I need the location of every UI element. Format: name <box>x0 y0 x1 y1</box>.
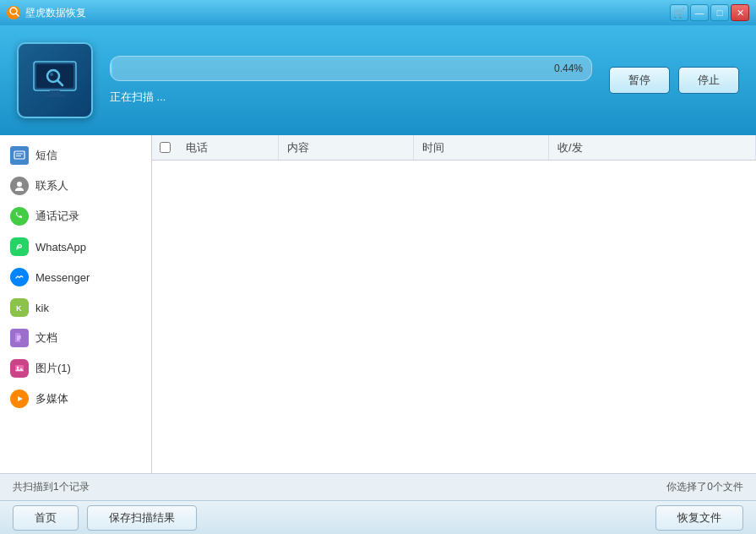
svg-text:K: K <box>16 304 22 313</box>
progress-status: 正在扫描 ... <box>110 90 592 105</box>
sidebar-item-photos[interactable]: 图片(1) <box>0 353 151 384</box>
photos-icon <box>10 359 29 378</box>
sidebar-item-contacts[interactable]: 联系人 <box>0 171 151 201</box>
table-header: 电话 内容 时间 收/发 <box>152 135 756 161</box>
svg-point-8 <box>50 73 53 76</box>
col-header-time: 时间 <box>414 135 549 160</box>
window-controls: 🛒 — □ ✕ <box>670 4 749 21</box>
stop-button[interactable]: 停止 <box>678 67 739 94</box>
app-logo-box <box>17 42 93 118</box>
contacts-icon <box>10 177 29 195</box>
progress-percent: 0.44% <box>554 63 583 74</box>
close-button[interactable]: ✕ <box>731 4 749 21</box>
home-button[interactable]: 首页 <box>13 505 79 531</box>
sidebar-item-docs[interactable]: 文档 <box>0 323 151 353</box>
progress-container: 0.44% 正在扫描 ... <box>110 56 592 105</box>
sidebar-label-photos: 图片(1) <box>35 361 71 376</box>
cart-button[interactable]: 🛒 <box>670 4 688 21</box>
messenger-icon <box>10 268 29 286</box>
pause-button[interactable]: 暂停 <box>609 67 670 94</box>
header-area: 0.44% 正在扫描 ... 暂停 停止 <box>0 25 756 135</box>
header-checkbox-cell <box>152 142 177 153</box>
progress-bar-outer: 0.44% <box>110 56 592 81</box>
svg-point-12 <box>17 182 22 187</box>
sidebar: 短信 联系人 通话记录 WhatsApp Messenger <box>0 135 152 473</box>
progress-buttons: 暂停 停止 <box>609 67 739 94</box>
col-header-content: 内容 <box>279 135 414 160</box>
col-header-phone: 电话 <box>177 135 279 160</box>
app-icon <box>7 6 20 19</box>
sidebar-label-sms: 短信 <box>35 148 57 163</box>
whatsapp-icon <box>10 237 29 256</box>
status-right: 你选择了0个文件 <box>666 480 743 494</box>
kik-icon: K <box>10 298 29 317</box>
sidebar-label-calls: 通话记录 <box>35 209 79 224</box>
docs-icon <box>10 329 29 347</box>
sidebar-label-messenger: Messenger <box>35 271 90 284</box>
svg-point-24 <box>17 367 19 368</box>
sidebar-label-contacts: 联系人 <box>35 178 68 193</box>
sidebar-item-sms[interactable]: 短信 <box>0 140 151 171</box>
save-scan-button[interactable]: 保存扫描结果 <box>87 505 197 531</box>
footer-left-buttons: 首页 保存扫描结果 <box>13 505 197 531</box>
calls-icon <box>10 207 29 226</box>
media-icon <box>10 390 29 408</box>
maximize-button[interactable]: □ <box>710 4 729 21</box>
sidebar-label-docs: 文档 <box>35 330 57 346</box>
title-bar-left: 壁虎数据恢复 <box>7 6 86 20</box>
app-title: 壁虎数据恢复 <box>25 6 86 20</box>
svg-line-1 <box>16 14 19 16</box>
minimize-button[interactable]: — <box>690 4 709 21</box>
select-all-checkbox[interactable] <box>160 142 171 153</box>
sidebar-item-whatsapp[interactable]: WhatsApp <box>0 232 151 262</box>
svg-rect-9 <box>14 151 24 159</box>
sidebar-item-media[interactable]: 多媒体 <box>0 384 151 414</box>
sidebar-item-calls[interactable]: 通话记录 <box>0 201 151 232</box>
title-bar: 壁虎数据恢复 🛒 — □ ✕ <box>0 0 756 25</box>
table-area: 电话 内容 时间 收/发 <box>152 135 756 473</box>
sidebar-label-media: 多媒体 <box>35 391 68 406</box>
col-header-direction: 收/发 <box>549 135 756 160</box>
footer-right-buttons: 恢复文件 <box>655 505 743 531</box>
svg-rect-18 <box>15 333 20 342</box>
restore-button[interactable]: 恢复文件 <box>655 505 743 531</box>
sidebar-label-whatsapp: WhatsApp <box>35 241 86 253</box>
svg-rect-3 <box>36 64 73 88</box>
footer: 首页 保存扫描结果 恢复文件 <box>0 500 756 534</box>
status-left: 共扫描到1个记录 <box>13 480 90 494</box>
sidebar-item-messenger[interactable]: Messenger <box>0 262 151 292</box>
svg-rect-5 <box>45 95 65 97</box>
sms-icon <box>10 146 29 165</box>
main-content: 短信 联系人 通话记录 WhatsApp Messenger <box>0 135 756 473</box>
progress-bar-inner <box>111 57 113 80</box>
sidebar-label-kik: kik <box>35 302 49 314</box>
sidebar-item-kik[interactable]: K kik <box>0 292 151 323</box>
status-bar: 共扫描到1个记录 你选择了0个文件 <box>0 473 756 500</box>
